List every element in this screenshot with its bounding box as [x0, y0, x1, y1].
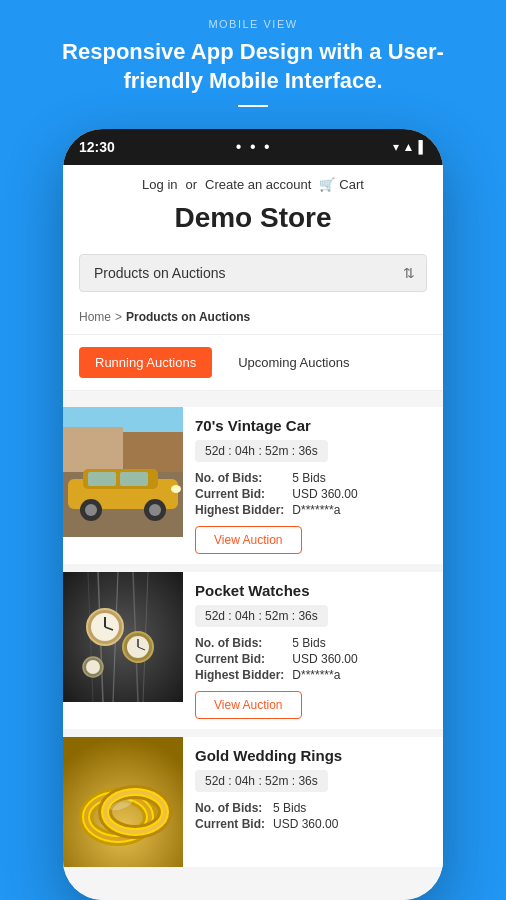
- svg-point-29: [86, 660, 100, 674]
- bids-row: No. of Bids: 5 Bids: [195, 800, 346, 816]
- mobile-view-label: MOBILE VIEW: [40, 18, 466, 30]
- bids-row: No. of Bids: 5 Bids: [195, 470, 366, 486]
- current-bid-value: USD 360.00: [292, 486, 365, 502]
- cart-area[interactable]: 🛒 Cart: [319, 177, 364, 192]
- view-auction-btn-car[interactable]: View Auction: [195, 526, 302, 554]
- breadcrumb: Home > Products on Auctions: [63, 304, 443, 335]
- svg-point-11: [149, 504, 161, 516]
- status-icons: ▾ ▲ ▌: [393, 140, 427, 154]
- auction-card-rings: Gold Wedding Rings 52d : 04h : 52m : 36s…: [63, 737, 443, 867]
- highest-bidder-value: D*******a: [292, 667, 365, 683]
- auction-list: 70's Vintage Car 52d : 04h : 52m : 36s N…: [63, 391, 443, 883]
- auction-card-watches: Pocket Watches 52d : 04h : 52m : 36s No.…: [63, 572, 443, 729]
- tab-running-auctions[interactable]: Running Auctions: [79, 347, 212, 378]
- app-nav: Log in or Create an account 🛒 Cart: [79, 177, 427, 192]
- cart-icon: 🛒: [319, 177, 335, 192]
- nav-or: or: [186, 177, 198, 192]
- bids-value: 5 Bids: [292, 635, 365, 651]
- auction-card-car: 70's Vintage Car 52d : 04h : 52m : 36s N…: [63, 407, 443, 564]
- status-dots: • • •: [236, 138, 272, 156]
- auction-dropdown[interactable]: Products on Auctions: [79, 254, 427, 292]
- svg-point-12: [171, 485, 181, 493]
- app-header: Log in or Create an account 🛒 Cart Demo …: [63, 165, 443, 254]
- battery-icon: ▌: [418, 140, 427, 154]
- dropdown-container: Products on Auctions ⇅: [79, 254, 427, 292]
- tab-upcoming-auctions[interactable]: Upcoming Auctions: [222, 347, 365, 378]
- header-divider: [238, 105, 268, 107]
- bids-label: No. of Bids:: [195, 800, 273, 816]
- screen-content: Log in or Create an account 🛒 Cart Demo …: [63, 165, 443, 900]
- auction-image-watches: [63, 572, 183, 702]
- status-time: 12:30: [79, 139, 115, 155]
- auction-card-inner-watches: Pocket Watches 52d : 04h : 52m : 36s No.…: [63, 572, 443, 729]
- create-account-link[interactable]: Create an account: [205, 177, 311, 192]
- svg-rect-3: [123, 432, 183, 472]
- auction-title-rings: Gold Wedding Rings: [195, 747, 431, 764]
- store-title: Demo Store: [79, 202, 427, 234]
- auction-title-car: 70's Vintage Car: [195, 417, 431, 434]
- highest-bidder-label: Highest Bidder:: [195, 667, 292, 683]
- highest-bidder-label: Highest Bidder:: [195, 502, 292, 518]
- bids-label: No. of Bids:: [195, 635, 292, 651]
- breadcrumb-current: Products on Auctions: [126, 310, 250, 324]
- header-title: Responsive App Design with a User-friend…: [40, 38, 466, 95]
- wifi-icon: ▾: [393, 140, 399, 154]
- phone-frame: 12:30 • • • ▾ ▲ ▌ Log in or Create an ac…: [63, 129, 443, 900]
- dropdown-wrapper: Products on Auctions ⇅: [63, 254, 443, 304]
- breadcrumb-separator: >: [115, 310, 122, 324]
- current-bid-value: USD 360.00: [292, 651, 365, 667]
- highest-bidder-row: Highest Bidder: D*******a: [195, 667, 366, 683]
- auction-info-watches: Pocket Watches 52d : 04h : 52m : 36s No.…: [183, 572, 443, 729]
- auction-title-watches: Pocket Watches: [195, 582, 431, 599]
- auction-info-rings: Gold Wedding Rings 52d : 04h : 52m : 36s…: [183, 737, 443, 867]
- auction-image-rings: [63, 737, 183, 867]
- auction-info-car: 70's Vintage Car 52d : 04h : 52m : 36s N…: [183, 407, 443, 564]
- cart-label: Cart: [339, 177, 364, 192]
- auction-details-car: No. of Bids: 5 Bids Current Bid: USD 360…: [195, 470, 431, 518]
- auction-details-watches: No. of Bids: 5 Bids Current Bid: USD 360…: [195, 635, 431, 683]
- auction-timer-watches: 52d : 04h : 52m : 36s: [195, 605, 328, 627]
- svg-rect-14: [63, 572, 183, 702]
- page-header: MOBILE VIEW Responsive App Design with a…: [0, 0, 506, 119]
- current-bid-label: Current Bid:: [195, 651, 292, 667]
- current-bid-value: USD 360.00: [273, 816, 346, 832]
- current-bid-row: Current Bid: USD 360.00: [195, 486, 366, 502]
- bids-value: 5 Bids: [292, 470, 365, 486]
- current-bid-row: Current Bid: USD 360.00: [195, 651, 366, 667]
- current-bid-label: Current Bid:: [195, 486, 292, 502]
- svg-rect-7: [120, 472, 148, 486]
- auction-image-car: [63, 407, 183, 537]
- svg-rect-2: [63, 427, 123, 472]
- auction-timer-rings: 52d : 04h : 52m : 36s: [195, 770, 328, 792]
- auction-timer-car: 52d : 04h : 52m : 36s: [195, 440, 328, 462]
- status-bar: 12:30 • • • ▾ ▲ ▌: [63, 129, 443, 165]
- signal-icon: ▲: [403, 140, 415, 154]
- breadcrumb-home[interactable]: Home: [79, 310, 111, 324]
- bids-label: No. of Bids:: [195, 470, 292, 486]
- current-bid-label: Current Bid:: [195, 816, 273, 832]
- auction-card-inner: 70's Vintage Car 52d : 04h : 52m : 36s N…: [63, 407, 443, 564]
- current-bid-row: Current Bid: USD 360.00: [195, 816, 346, 832]
- bids-value: 5 Bids: [273, 800, 346, 816]
- view-auction-btn-watches[interactable]: View Auction: [195, 691, 302, 719]
- highest-bidder-row: Highest Bidder: D*******a: [195, 502, 366, 518]
- svg-point-9: [85, 504, 97, 516]
- auction-details-rings: No. of Bids: 5 Bids Current Bid: USD 360…: [195, 800, 431, 832]
- highest-bidder-value: D*******a: [292, 502, 365, 518]
- tabs-bar: Running Auctions Upcoming Auctions: [63, 335, 443, 391]
- bids-row: No. of Bids: 5 Bids: [195, 635, 366, 651]
- login-link[interactable]: Log in: [142, 177, 177, 192]
- svg-rect-6: [88, 472, 116, 486]
- auction-card-inner-rings: Gold Wedding Rings 52d : 04h : 52m : 36s…: [63, 737, 443, 867]
